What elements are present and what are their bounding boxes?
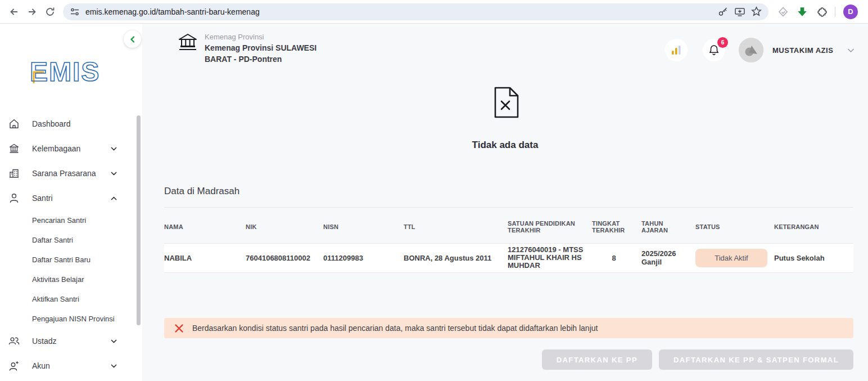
sidebar: EMIS Dashboard Kelembagaan	[0, 24, 142, 381]
daftarkan-ke-pp-satpen-button[interactable]: DAFTARKAN KE PP & SATPEN FORMAL	[659, 349, 853, 370]
sidebar-subitem-daftar-santri-baru[interactable]: Daftar Santri Baru	[0, 250, 142, 270]
column-header-keterangan: KETERANGAN	[774, 210, 853, 243]
error-x-icon	[174, 324, 184, 333]
bank-icon	[178, 33, 198, 52]
madrasah-table: NAMA NIK NISN TTL SATUAN PENDIDIKAN TERA…	[164, 210, 853, 273]
sidebar-item-label: Kelembagaan	[32, 144, 80, 153]
sidebar-item-label: Dashboard	[32, 119, 71, 128]
browser-chrome: emis.kemenag.go.id/tambah-santri-baru-ke…	[0, 0, 868, 24]
section-title: Data di Madrasah	[164, 186, 239, 197]
chevron-up-icon	[110, 195, 117, 202]
person-star-icon	[8, 360, 20, 371]
app-window: EMIS Dashboard Kelembagaan	[0, 24, 868, 381]
extensions-puzzle-icon[interactable]	[816, 6, 827, 17]
section-divider	[164, 207, 853, 208]
empty-state: Tidak ada data	[142, 87, 868, 151]
people-icon	[8, 335, 20, 347]
sidebar-item-label: Akun	[32, 361, 50, 370]
column-header-satuan-pendidikan: SATUAN PENDIDIKAN TERAKHIR	[508, 210, 592, 243]
column-header-nama: NAMA	[164, 210, 246, 243]
sidebar-item-ustadz[interactable]: Ustadz	[0, 329, 142, 353]
document-x-icon	[491, 87, 520, 118]
bookmark-star-icon[interactable]	[751, 6, 762, 17]
column-header-tahun-ajaran: TAHUN AJARAN	[641, 210, 695, 243]
extension-shortcut-icon[interactable]	[777, 6, 789, 17]
cell-keterangan: Putus Sekolah	[774, 243, 853, 272]
notifications-button[interactable]: 6	[703, 39, 725, 61]
site-settings-icon	[70, 7, 80, 17]
header-actions: 6 MUSTAKIM AZIS	[665, 38, 855, 62]
actions-row: DAFTARKAN KE PP DAFTARKAN KE PP & SATPEN…	[164, 349, 853, 370]
daftarkan-ke-pp-button[interactable]: DAFTARKAN KE PP	[542, 349, 652, 370]
password-key-icon[interactable]	[718, 6, 729, 17]
save-page-icon[interactable]	[734, 7, 745, 17]
reload-icon	[45, 7, 55, 17]
url-text: emis.kemenag.go.id/tambah-santri-baru-ke…	[85, 7, 712, 16]
emis-logo: EMIS	[28, 53, 103, 88]
empty-state-message: Tidak ada data	[142, 140, 868, 151]
column-header-nik: NIK	[246, 210, 323, 243]
sidebar-nav: Dashboard Kelembagaan Sarana Prasarana	[0, 111, 142, 378]
sidebar-subitem-pencarian-santri[interactable]: Pencarian Santri	[0, 210, 142, 230]
sidebar-item-sarana-prasarana[interactable]: Sarana Prasarana	[0, 161, 142, 186]
cell-status: Tidak Aktif	[695, 243, 774, 272]
alert-banner: Berdasarkan kondisi status santri pada h…	[164, 318, 853, 338]
browser-forward-button[interactable]	[24, 3, 40, 20]
cell-tahun-ajaran: 2025/2026 Ganjil	[641, 243, 695, 272]
user-name[interactable]: MUSTAKIM AZIS	[772, 46, 833, 55]
sidebar-item-santri[interactable]: Santri	[0, 186, 142, 210]
cell-nik: 7604106808110002	[246, 243, 323, 272]
browser-reload-button[interactable]	[42, 3, 58, 20]
cell-satuan-pendidikan: 121276040019 - MTSS MIFTAHUL KHAIR HS MU…	[508, 243, 592, 272]
main-content: Kemenag Provinsi Kemenag Provinsi SULAWE…	[142, 24, 868, 381]
cell-ttl: BONRA, 28 Agustus 2011	[404, 243, 508, 272]
bank-icon	[8, 143, 20, 154]
user-menu-chevron[interactable]	[847, 46, 855, 55]
person-icon	[8, 192, 20, 204]
column-header-status: STATUS	[695, 210, 774, 243]
toolbar-divider	[835, 7, 835, 17]
notification-badge: 6	[717, 37, 728, 48]
org-header: Kemenag Provinsi Kemenag Provinsi SULAWE…	[178, 33, 327, 65]
chevron-down-icon	[110, 338, 117, 345]
forward-arrow-icon	[27, 7, 37, 17]
chevron-down-icon	[110, 362, 117, 370]
cell-nisn: 0111209983	[323, 243, 404, 272]
sidebar-subitem-pengajuan-nisn-provinsi[interactable]: Pengajuan NISN Provinsi	[0, 309, 142, 329]
sidebar-subitem-daftar-santri[interactable]: Daftar Santri	[0, 230, 142, 250]
sidebar-subitem-aktifkan-santri[interactable]: Aktifkan Santri	[0, 289, 142, 309]
sidebar-item-kelembagaan[interactable]: Kelembagaan	[0, 136, 142, 161]
browser-profile-avatar[interactable]: D	[843, 5, 858, 19]
alert-message: Berdasarkan kondisi status santri pada h…	[192, 324, 598, 333]
org-type-label: Kemenag Provinsi	[205, 33, 327, 41]
table-row: NABILA 7604106808110002 0111209983 BONRA…	[164, 243, 853, 272]
sidebar-item-label: Santri	[32, 194, 53, 203]
chevron-down-icon	[847, 46, 855, 55]
browser-toolbar-right: D	[775, 5, 862, 19]
browser-back-button[interactable]	[6, 3, 22, 20]
chevron-down-icon	[110, 170, 117, 177]
sidebar-item-label: Ustadz	[32, 337, 57, 346]
sidebar-item-akun[interactable]: Akun	[0, 353, 142, 378]
building-icon	[8, 168, 20, 179]
bar-chart-icon	[670, 44, 682, 56]
sidebar-collapse-button[interactable]	[124, 30, 141, 48]
status-badge: Tidak Aktif	[695, 249, 767, 267]
emis-logo-text: EMIS	[30, 57, 100, 87]
column-header-tingkat: TINGKAT TERAKHIR	[592, 210, 641, 243]
table-header-row: NAMA NIK NISN TTL SATUAN PENDIDIKAN TERA…	[164, 210, 853, 243]
stats-button[interactable]	[665, 39, 688, 61]
sidebar-item-dashboard[interactable]: Dashboard	[0, 111, 142, 136]
cell-tingkat: 8	[592, 243, 641, 272]
avatar-logo-icon	[739, 38, 763, 62]
url-bar[interactable]: emis.kemenag.go.id/tambah-santri-baru-ke…	[63, 3, 768, 20]
home-icon	[8, 118, 20, 129]
sidebar-scrollbar[interactable]	[137, 115, 141, 325]
chevron-down-icon	[110, 145, 117, 153]
user-avatar[interactable]	[739, 38, 763, 62]
column-header-nisn: NISN	[323, 210, 404, 243]
sidebar-item-label: Sarana Prasarana	[32, 169, 96, 178]
sidebar-subitem-aktivitas-belajar[interactable]: Aktivitas Belajar	[0, 270, 142, 289]
download-arrow-icon[interactable]	[797, 6, 808, 17]
cell-nama: NABILA	[164, 243, 246, 272]
